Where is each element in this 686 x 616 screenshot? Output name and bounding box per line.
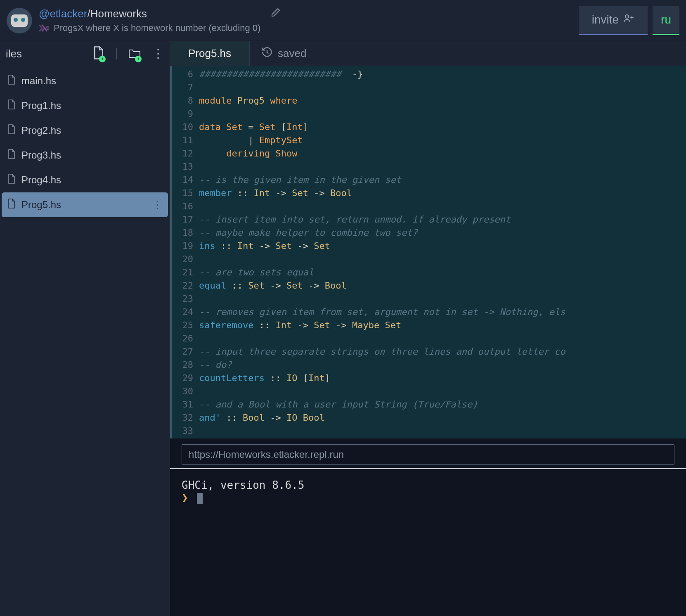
code-line[interactable] — [199, 424, 686, 438]
code-line[interactable]: -- removes given item from set, argument… — [199, 306, 686, 319]
user-link[interactable]: @etlacker — [39, 7, 87, 20]
code-line[interactable] — [199, 81, 686, 94]
file-icon — [7, 198, 16, 211]
console-prompt: ❯ — [182, 491, 188, 504]
code-line[interactable]: -- are two sets equal — [199, 266, 686, 279]
line-number: 23 — [172, 292, 193, 306]
breadcrumb-slash: / — [87, 7, 90, 20]
file-item[interactable]: main.hs — [0, 69, 170, 93]
line-number: 29 — [172, 372, 193, 385]
files-sidebar: iles + + ⋮ main.hsProg1.hsProg2.hsProg3.… — [0, 41, 170, 616]
file-item-menu-icon[interactable]: ⋮ — [152, 199, 162, 211]
line-number: 33 — [172, 424, 193, 438]
line-number: 9 — [172, 107, 193, 121]
line-number: 21 — [172, 266, 193, 279]
avatar[interactable] — [7, 8, 32, 33]
file-item[interactable]: Prog3.hs — [0, 143, 170, 168]
new-folder-icon[interactable]: + — [128, 46, 141, 62]
line-number: 14 — [172, 173, 193, 187]
console[interactable]: GHCi, version 8.6.5 ❯ — [170, 471, 686, 616]
code-line[interactable] — [199, 107, 686, 121]
code-line[interactable]: equal :: Set -> Set -> Bool — [199, 279, 686, 292]
file-item[interactable]: Prog5.hs⋮ — [2, 192, 168, 217]
code-line[interactable]: member :: Int -> Set -> Bool — [199, 187, 686, 200]
haskell-logo-icon — [39, 24, 50, 32]
line-number: 31 — [172, 398, 193, 411]
line-number: 22 — [172, 279, 193, 292]
more-menu-icon[interactable]: ⋮ — [152, 48, 164, 59]
code-line[interactable]: | EmptySet — [199, 134, 686, 147]
divider — [116, 48, 117, 59]
code-line[interactable] — [199, 385, 686, 398]
console-divider — [170, 468, 686, 469]
line-number: 13 — [172, 160, 193, 173]
code-line[interactable] — [199, 200, 686, 213]
file-item-label: Prog2.hs — [21, 125, 61, 136]
line-number: 17 — [172, 213, 193, 226]
file-icon — [7, 149, 16, 162]
history-icon — [261, 46, 273, 61]
file-icon — [7, 99, 16, 112]
code-line[interactable]: -- is the given item in the given set — [199, 173, 686, 187]
line-number: 10 — [172, 121, 193, 134]
code-line[interactable]: -- do? — [199, 358, 686, 372]
code-editor[interactable]: 6789101112131415161718192021222324252627… — [170, 66, 686, 438]
line-number: 6 — [172, 68, 193, 81]
line-number: 27 — [172, 345, 193, 358]
code-line[interactable]: ########################## -} — [199, 68, 686, 81]
add-user-icon — [623, 13, 634, 26]
file-item-label: main.hs — [21, 75, 56, 87]
line-number: 30 — [172, 385, 193, 398]
file-item[interactable]: Prog4.hs — [0, 168, 170, 192]
line-gutter: 6789101112131415161718192021222324252627… — [170, 66, 199, 438]
code-line[interactable]: module Prog5 where — [199, 94, 686, 107]
file-item-label: Prog5.hs — [21, 199, 61, 211]
edit-icon[interactable] — [271, 7, 281, 20]
line-number: 12 — [172, 147, 193, 160]
editor-tab[interactable]: Prog5.hs — [170, 41, 250, 66]
code-line[interactable] — [199, 332, 686, 345]
line-number: 16 — [172, 200, 193, 213]
code-line[interactable]: -- maybe make helper to combine two set? — [199, 226, 686, 239]
code-line[interactable] — [199, 253, 686, 266]
new-file-icon[interactable]: + — [92, 46, 105, 62]
code-line[interactable]: data Set = Set [Int] — [199, 121, 686, 134]
console-cursor — [197, 493, 203, 504]
line-number: 18 — [172, 226, 193, 239]
line-number: 19 — [172, 239, 193, 253]
code-line[interactable]: deriving Show — [199, 147, 686, 160]
title-block: @etlacker/Homeworks ProgsX where X is ho… — [39, 7, 579, 33]
file-icon — [7, 124, 16, 137]
line-number: 15 — [172, 187, 193, 200]
code-line[interactable]: -- insert item into set, return unmod. i… — [199, 213, 686, 226]
run-button[interactable]: ru — [653, 6, 679, 35]
code-line[interactable]: saferemove :: Int -> Set -> Maybe Set — [199, 319, 686, 332]
line-number: 32 — [172, 411, 193, 424]
file-item[interactable]: Prog1.hs — [0, 93, 170, 118]
svg-point-0 — [625, 15, 629, 18]
code-line[interactable] — [199, 292, 686, 306]
line-number: 20 — [172, 253, 193, 266]
file-item-label: Prog3.hs — [21, 149, 61, 161]
line-number: 26 — [172, 332, 193, 345]
repl-url-input[interactable]: https://Homeworks.etlacker.repl.run — [182, 444, 674, 465]
code-line[interactable]: ins :: Int -> Set -> Set — [199, 239, 686, 253]
code-line[interactable]: countLetters :: IO [Int] — [199, 372, 686, 385]
line-number: 7 — [172, 81, 193, 94]
file-icon — [7, 173, 16, 187]
file-item[interactable]: Prog2.hs — [0, 118, 170, 143]
file-item-label: Prog4.hs — [21, 174, 61, 186]
project-subtitle: ProgsX where X is homework number (exclu… — [54, 23, 260, 33]
line-number: 11 — [172, 134, 193, 147]
code-line[interactable] — [199, 160, 686, 173]
code-line[interactable]: -- and a Bool with a user input String (… — [199, 398, 686, 411]
code-line[interactable]: -- input three separate strings on three… — [199, 345, 686, 358]
file-item-label: Prog1.hs — [21, 100, 61, 111]
line-number: 24 — [172, 306, 193, 319]
line-number: 25 — [172, 319, 193, 332]
line-number: 28 — [172, 358, 193, 372]
code-line[interactable]: and' :: Bool -> IO Bool — [199, 411, 686, 424]
code-content[interactable]: ########################## -}module Prog… — [199, 66, 686, 438]
project-name[interactable]: Homeworks — [90, 7, 147, 20]
invite-button[interactable]: invite — [579, 6, 648, 35]
